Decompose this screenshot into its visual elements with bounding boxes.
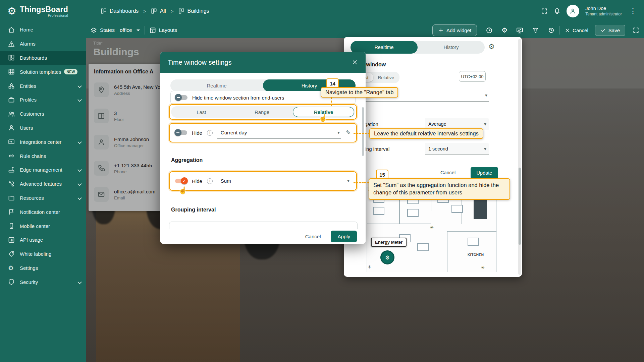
chevron-down-icon [77,98,82,102]
tab-last[interactable]: Last [171,106,232,118]
folder-icon [8,194,15,201]
notifications-bell-icon[interactable] [554,8,560,14]
panel-tab-group: Realtime History [351,41,485,54]
sidebar-item-notification-center[interactable]: Notification center [0,205,86,219]
panel-settings-gear-icon[interactable]: ⚙ [488,43,495,51]
display-settings-icon[interactable] [516,27,523,34]
add-widget-button[interactable]: Add widget [432,24,477,36]
panel-tab-relative[interactable]: Relative [373,73,399,82]
sidebar-item-settings[interactable]: ⚙ Settings [0,261,86,275]
sidebar-item-advanced-features[interactable]: Advanced features [0,177,86,191]
sidebar-item-users[interactable]: Users [0,121,86,135]
brand-name: ThingsBoard [20,5,68,14]
sidebar-item-profiles[interactable]: Profiles [0,93,86,107]
sidebar-item-resources[interactable]: Resources [0,191,86,205]
version-history-icon[interactable] [548,27,555,34]
breadcrumb-dashboards[interactable]: Dashboards [101,8,139,14]
dialog-tab-realtime[interactable]: Realtime [170,79,263,92]
grouping-interval-select[interactable]: 1 second ▾ [425,143,489,155]
chevron-down-icon: ▾ [484,146,486,152]
filter-icon[interactable] [532,27,539,34]
energy-meter-label[interactable]: Energy Meter [371,238,407,247]
dialog-scrollbar-thumb[interactable] [362,107,364,156]
timezone-button[interactable]: UTC+02:00 [459,71,486,82]
chart-icon [8,237,15,243]
breadcrumb: Dashboards > All > Buildings [101,8,209,14]
sidebar-item-rule-chains[interactable]: Rule chains [0,149,86,163]
breadcrumb-separator: > [171,8,174,14]
user-info: John Doe Tenant administrator [585,5,622,16]
sidebar: Home Alarms Dashboards Solution template… [0,22,86,362]
aggregation-row-highlighted: Hide Sum ▾ [169,171,357,191]
info-icon [207,178,213,184]
toggle-knob [174,129,181,136]
save-button[interactable]: Save [595,25,625,36]
sidebar-item-home[interactable]: Home [0,23,86,37]
sidebar-item-mobile-center[interactable]: Mobile center [0,219,86,233]
dashboards-icon [178,8,184,14]
sidebar-item-security[interactable]: Security [0,275,86,289]
app-root: ⚙ ThingsBoard Professional Dashboards > … [0,0,644,362]
floorplan-desk [451,205,463,213]
grouping-interval-section-title: Grouping interval [171,207,216,213]
aggregation-function-select[interactable]: Sum ▾ [217,175,351,187]
sidebar-item-solution-templates[interactable]: Solution templates NEW [0,65,86,79]
breadcrumb-all[interactable]: All [151,8,166,14]
device-marker-icon[interactable]: ⚙ [380,250,394,264]
time-window-icon[interactable] [486,27,493,34]
hide-section-toggle[interactable] [175,95,187,100]
panel-tab-history[interactable]: History [418,41,485,54]
callout-relative-note: Leave the default relative intervals set… [369,128,483,139]
floorplan-wall [367,224,431,224]
panel-cancel-button[interactable]: Cancel [440,170,455,175]
hide-relative-toggle[interactable] [175,130,187,135]
sidebar-item-integrations-center[interactable]: Integrations center [0,135,86,149]
dialog-apply-button[interactable]: Apply [331,231,357,242]
kebab-menu-icon[interactable]: ⋮ [628,7,638,15]
brand-logo[interactable]: ⚙ ThingsBoard Professional [0,5,86,17]
sidebar-item-entities[interactable]: Entities [0,79,86,93]
fullscreen-icon[interactable] [633,27,639,34]
cancel-button[interactable]: Cancel [565,27,588,33]
sidebar-item-edge-management[interactable]: Edge management [0,163,86,177]
panel-update-button[interactable]: Update [471,167,498,179]
chevron-down-icon [77,182,82,186]
sidebar-item-alarms[interactable]: Alarms [0,37,86,51]
interval-type-tabs-highlighted: Last Range Relative [169,104,357,120]
warning-icon [8,41,15,47]
chevron-down-icon: ▾ [485,93,487,98]
user-role: Tenant administrator [585,12,622,17]
breadcrumb-buildings[interactable]: Buildings [178,8,209,14]
edit-pencil-icon[interactable]: ✎ [346,129,351,136]
settings-icon[interactable]: ⚙ [501,27,507,34]
panel-scrollbar-thumb[interactable] [519,168,521,245]
kitchen-label: KITCHEN [468,253,484,257]
chevron-down-icon [137,29,140,31]
cursor-pointer: ☝ [178,186,187,194]
tab-range[interactable]: Range [232,106,292,118]
person-icon [8,124,15,131]
close-icon[interactable] [352,59,358,66]
annotation-connector [354,182,369,183]
sidebar-item-customers[interactable]: Customers [0,107,86,121]
rule-chains-icon [8,153,15,159]
relative-interval-select[interactable]: Current day ▾ [217,127,341,139]
avatar[interactable] [567,5,579,17]
sidebar-item-white-labeling[interactable]: White labeling [0,247,86,261]
fullscreen-icon[interactable] [541,8,548,14]
briefcase-icon [8,97,15,103]
close-icon [565,27,570,33]
sidebar-item-dashboards[interactable]: Dashboards [0,51,86,65]
shield-icon [8,279,15,285]
floorplan-desk [417,243,429,251]
layouts-button[interactable]: Layouts [150,27,177,34]
states-icon [91,27,97,34]
states-selector[interactable]: States office [91,27,140,34]
hide-aggregation-toggle[interactable] [175,179,187,183]
sidebar-item-api-usage[interactable]: API usage [0,233,86,247]
panel-scrollbar [518,39,521,275]
user-name: John Doe [585,5,622,11]
callout-step-15: Set "Sum" as the aggregation function an… [369,178,510,200]
dialog-cancel-button[interactable]: Cancel [305,234,321,239]
chevron-down-icon: ▾ [484,121,486,127]
